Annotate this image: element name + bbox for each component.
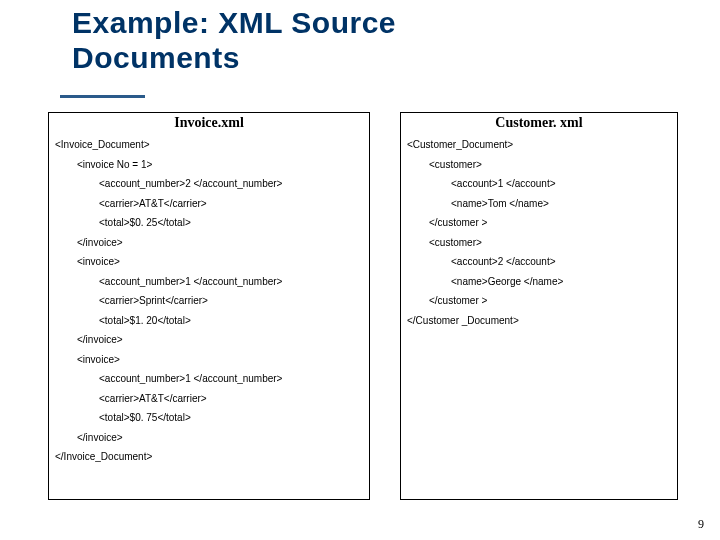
xml-text: </invoice>: [77, 334, 123, 345]
page-number: 9: [698, 517, 704, 532]
invoice-header: Invoice.xml: [49, 113, 369, 135]
accent-bar: [60, 95, 145, 98]
xml-text: <account>1 </account>: [451, 178, 556, 189]
xml-text: <Customer_Document>: [407, 139, 513, 150]
customer-header: Customer. xml: [401, 113, 677, 135]
xml-line: <invoice No = 1>: [55, 155, 369, 175]
xml-line: </Customer _Document>: [407, 311, 677, 331]
xml-text: <invoice>: [77, 354, 120, 365]
xml-line: <customer>: [407, 233, 677, 253]
xml-line: <name>Tom </name>: [407, 194, 677, 214]
xml-text: <account_number>2 </account_number>: [99, 178, 282, 189]
xml-text: <carrier>AT&T</carrier>: [99, 198, 207, 209]
xml-text: <total>$0. 75</total>: [99, 412, 191, 423]
xml-text: <account_number>1 </account_number>: [99, 373, 282, 384]
xml-line: </invoice>: [55, 428, 369, 448]
xml-line: </invoice>: [55, 233, 369, 253]
xml-text: <account_number>1 </account_number>: [99, 276, 282, 287]
xml-line: <invoice>: [55, 252, 369, 272]
xml-text: <customer>: [429, 159, 482, 170]
xml-line: <customer>: [407, 155, 677, 175]
xml-line: <account_number>2 </account_number>: [55, 174, 369, 194]
xml-line: <total>$0. 75</total>: [55, 408, 369, 428]
title-line2: Documents: [72, 41, 240, 74]
xml-text: <account>2 </account>: [451, 256, 556, 267]
xml-text: <invoice>: [77, 256, 120, 267]
xml-text: <carrier>Sprint</carrier>: [99, 295, 208, 306]
customer-xml-box: Customer. xml <Customer_Document><custom…: [400, 112, 678, 500]
xml-line: <carrier>AT&T</carrier>: [55, 389, 369, 409]
slide-title: Example: XML Source Documents: [72, 6, 396, 75]
xml-line: </Invoice_Document>: [55, 447, 369, 467]
xml-text: </Customer _Document>: [407, 315, 519, 326]
xml-text: <customer>: [429, 237, 482, 248]
customer-xml-lines: <Customer_Document><customer><account>1 …: [401, 135, 677, 330]
xml-line: <carrier>AT&T</carrier>: [55, 194, 369, 214]
xml-line: <account_number>1 </account_number>: [55, 272, 369, 292]
xml-text: <total>$0. 25</total>: [99, 217, 191, 228]
invoice-xml-box: Invoice.xml <Invoice_Document><invoice N…: [48, 112, 370, 500]
xml-line: <account>2 </account>: [407, 252, 677, 272]
title-line1: Example: XML Source: [72, 6, 396, 39]
xml-line: <Customer_Document>: [407, 135, 677, 155]
xml-line: <account>1 </account>: [407, 174, 677, 194]
xml-text: <name>George </name>: [451, 276, 563, 287]
xml-line: </customer >: [407, 291, 677, 311]
xml-text: <total>$1. 20</total>: [99, 315, 191, 326]
xml-line: </invoice>: [55, 330, 369, 350]
xml-line: <carrier>Sprint</carrier>: [55, 291, 369, 311]
xml-line: <total>$1. 20</total>: [55, 311, 369, 331]
xml-text: <name>Tom </name>: [451, 198, 549, 209]
xml-line: <account_number>1 </account_number>: [55, 369, 369, 389]
xml-line: <Invoice_Document>: [55, 135, 369, 155]
xml-text: <carrier>AT&T</carrier>: [99, 393, 207, 404]
invoice-xml-lines: <Invoice_Document><invoice No = 1><accou…: [49, 135, 369, 467]
xml-line: <total>$0. 25</total>: [55, 213, 369, 233]
xml-text: </invoice>: [77, 432, 123, 443]
xml-text: <Invoice_Document>: [55, 139, 150, 150]
xml-text: </customer >: [429, 217, 487, 228]
xml-line: <name>George </name>: [407, 272, 677, 292]
xml-text: </invoice>: [77, 237, 123, 248]
xml-text: <invoice No = 1>: [77, 159, 152, 170]
xml-line: </customer >: [407, 213, 677, 233]
xml-line: <invoice>: [55, 350, 369, 370]
xml-text: </Invoice_Document>: [55, 451, 152, 462]
xml-text: </customer >: [429, 295, 487, 306]
